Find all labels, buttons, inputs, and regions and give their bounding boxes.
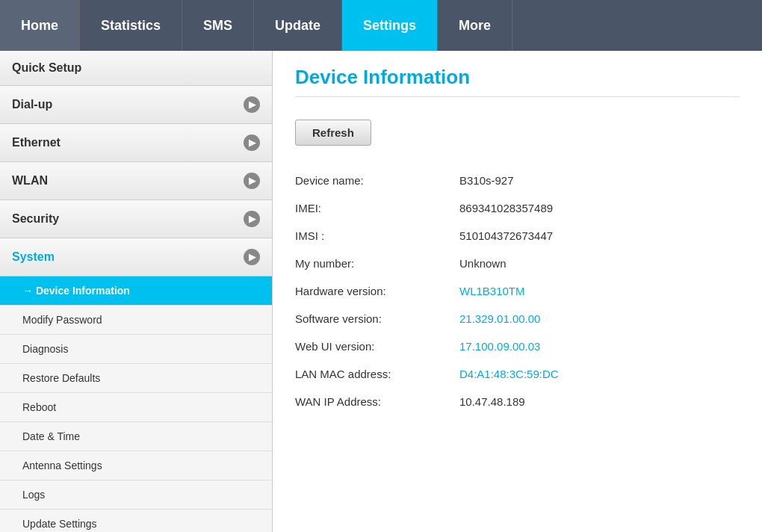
info-label: Hardware version:	[295, 285, 459, 297]
info-label: Device name:	[295, 174, 459, 187]
chevron-right-icon: ▶	[244, 211, 260, 227]
info-value: 21.329.01.00.00	[459, 312, 540, 325]
info-label: Software version:	[295, 312, 459, 325]
sidebar-subitem-restore-defaults[interactable]: Restore Defaults	[0, 364, 272, 393]
info-value: 869341028357489	[459, 202, 553, 214]
nav-item-more[interactable]: More	[438, 0, 512, 51]
chevron-right-icon: ▶	[244, 173, 260, 189]
main-layout: Quick SetupDial-up▶Ethernet▶WLAN▶Securit…	[0, 51, 762, 532]
sidebar-item-security[interactable]: Security▶	[0, 200, 272, 238]
sidebar-item-label: Security	[12, 212, 59, 226]
sidebar-item-dial-up[interactable]: Dial-up▶	[0, 86, 272, 124]
info-row: My number:Unknown	[295, 250, 740, 277]
page-title: Device Information	[295, 66, 740, 97]
sidebar-subitem-reboot[interactable]: Reboot	[0, 393, 272, 422]
top-navigation: HomeStatisticsSMSUpdateSettingsMore	[0, 0, 762, 51]
info-value: 17.100.09.00.03	[459, 340, 540, 353]
sidebar-subitem-antenna-settings[interactable]: Antenna Settings	[0, 451, 272, 480]
sidebar-item-label: System	[12, 250, 55, 264]
sidebar-subitem-modify-password[interactable]: Modify Password	[0, 306, 272, 335]
sidebar-subitem-update-settings[interactable]: Update Settings	[0, 510, 272, 532]
sidebar-item-label: WLAN	[12, 174, 48, 188]
sidebar-item-label: Quick Setup	[12, 61, 81, 75]
info-label: IMEI:	[295, 202, 459, 214]
info-label: WAN IP Address:	[295, 395, 459, 408]
nav-item-statistics[interactable]: Statistics	[80, 0, 182, 51]
sidebar: Quick SetupDial-up▶Ethernet▶WLAN▶Securit…	[0, 51, 273, 532]
info-label: IMSI :	[295, 229, 459, 242]
nav-item-settings[interactable]: Settings	[342, 0, 438, 51]
content-area: Device Information Refresh Device name:B…	[273, 51, 762, 532]
info-value: 10.47.48.189	[459, 395, 525, 408]
info-row: Device name:B310s-927	[295, 167, 740, 194]
sidebar-item-system[interactable]: System▶	[0, 238, 272, 276]
sidebar-subitem-device-information[interactable]: Device Information	[0, 276, 272, 306]
info-row: IMSI :510104372673447	[295, 222, 740, 250]
info-row: Software version:21.329.01.00.00	[295, 305, 740, 332]
info-row: WAN IP Address:10.47.48.189	[295, 388, 740, 415]
info-label: Web UI version:	[295, 340, 459, 353]
chevron-right-icon: ▶	[244, 249, 260, 265]
sidebar-subitem-logs[interactable]: Logs	[0, 480, 272, 510]
info-value: WL1B310TM	[459, 285, 525, 297]
info-value: B310s-927	[459, 174, 514, 187]
refresh-button[interactable]: Refresh	[295, 120, 371, 146]
nav-item-home[interactable]: Home	[0, 0, 80, 51]
info-value: 510104372673447	[459, 229, 553, 242]
info-row: LAN MAC address:D4:A1:48:3C:59:DC	[295, 360, 740, 388]
chevron-right-icon: ▶	[244, 96, 260, 113]
sidebar-item-label: Dial-up	[12, 98, 52, 111]
nav-item-update[interactable]: Update	[254, 0, 342, 51]
info-row: Web UI version:17.100.09.00.03	[295, 332, 740, 360]
info-label: My number:	[295, 257, 459, 270]
sidebar-subitem-diagnosis[interactable]: Diagnosis	[0, 335, 272, 364]
info-label: LAN MAC address:	[295, 368, 459, 380]
info-row: IMEI:869341028357489	[295, 194, 740, 222]
info-value: Unknown	[459, 257, 507, 270]
sidebar-subitem-date---time[interactable]: Date & Time	[0, 422, 272, 451]
sidebar-item-ethernet[interactable]: Ethernet▶	[0, 124, 272, 162]
nav-item-sms[interactable]: SMS	[182, 0, 254, 51]
sidebar-item-label: Ethernet	[12, 136, 61, 149]
device-info-table: Device name:B310s-927IMEI:86934102835748…	[295, 167, 740, 415]
info-row: Hardware version:WL1B310TM	[295, 277, 740, 305]
chevron-right-icon: ▶	[244, 134, 260, 151]
info-value: D4:A1:48:3C:59:DC	[459, 368, 559, 380]
sidebar-item-quick-setup[interactable]: Quick Setup	[0, 51, 272, 86]
sidebar-item-wlan[interactable]: WLAN▶	[0, 162, 272, 200]
